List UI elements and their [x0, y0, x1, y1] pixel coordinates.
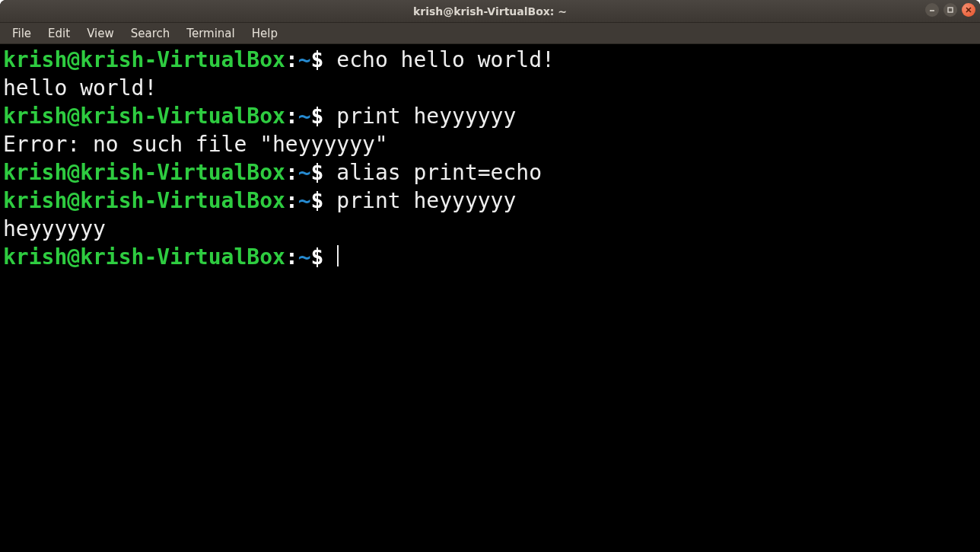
close-icon: [965, 6, 972, 14]
menubar: File Edit View Search Terminal Help: [0, 23, 980, 44]
menu-file[interactable]: File: [5, 24, 39, 43]
menu-terminal[interactable]: Terminal: [179, 24, 242, 43]
prompt-userhost: krish@krish-VirtualBox: [3, 47, 285, 72]
terminal-viewport[interactable]: krish@krish-VirtualBox:~$ echo hello wor…: [0, 44, 980, 552]
prompt-path: ~: [298, 244, 311, 270]
cursor: [337, 245, 339, 266]
prompt-userhost: krish@krish-VirtualBox: [3, 160, 285, 185]
terminal-command-line: krish@krish-VirtualBox:~$ print heyyyyyy: [3, 187, 977, 215]
prompt-dollar: $: [311, 104, 337, 129]
prompt-colon: :: [285, 160, 298, 185]
terminal-command-line: krish@krish-VirtualBox:~$ alias print=ec…: [3, 158, 977, 187]
terminal-command-line: krish@krish-VirtualBox:~$ print heyyyyyy: [3, 102, 977, 130]
window-controls: [925, 3, 975, 17]
prompt-dollar: $: [311, 244, 337, 270]
terminal-command-line: krish@krish-VirtualBox:~$: [3, 243, 977, 271]
prompt-colon: :: [285, 47, 298, 72]
prompt-path: ~: [298, 47, 311, 72]
menu-search[interactable]: Search: [123, 24, 178, 43]
prompt-userhost: krish@krish-VirtualBox: [3, 188, 285, 213]
prompt-path: ~: [298, 160, 311, 185]
prompt-dollar: $: [311, 188, 337, 213]
minimize-icon: [928, 6, 936, 14]
terminal-output-line: hello world!: [3, 74, 977, 102]
prompt-colon: :: [285, 244, 298, 270]
titlebar[interactable]: krish@krish-VirtualBox: ~: [0, 0, 980, 23]
command-text: print heyyyyyy: [336, 104, 516, 129]
menu-edit[interactable]: Edit: [40, 24, 78, 43]
command-text: print heyyyyyy: [336, 188, 516, 213]
prompt-userhost: krish@krish-VirtualBox: [3, 104, 285, 129]
prompt-path: ~: [298, 104, 311, 129]
minimize-button[interactable]: [925, 3, 939, 17]
terminal-output-line: Error: no such file "heyyyyyy": [3, 130, 977, 158]
menu-view[interactable]: View: [79, 24, 122, 43]
command-text: alias print=echo: [336, 160, 542, 185]
maximize-button[interactable]: [943, 3, 957, 17]
maximize-icon: [947, 6, 954, 14]
prompt-colon: :: [285, 104, 298, 129]
output-text: hello world!: [3, 75, 157, 101]
output-text: heyyyyyy: [3, 216, 106, 241]
output-text: Error: no such file "heyyyyyy": [3, 132, 388, 157]
close-button[interactable]: [962, 3, 975, 17]
prompt-colon: :: [285, 188, 298, 213]
prompt-dollar: $: [311, 47, 337, 72]
window-title: krish@krish-VirtualBox: ~: [413, 5, 567, 18]
prompt-dollar: $: [311, 160, 337, 185]
command-text: echo hello world!: [336, 47, 555, 72]
terminal-window: krish@krish-VirtualBox: ~ File Edit View…: [0, 0, 980, 552]
prompt-path: ~: [298, 188, 311, 213]
menu-help[interactable]: Help: [244, 24, 285, 43]
svg-rect-1: [948, 8, 953, 12]
terminal-output-line: heyyyyyy: [3, 215, 977, 243]
terminal-command-line: krish@krish-VirtualBox:~$ echo hello wor…: [3, 46, 977, 74]
prompt-userhost: krish@krish-VirtualBox: [3, 244, 285, 270]
